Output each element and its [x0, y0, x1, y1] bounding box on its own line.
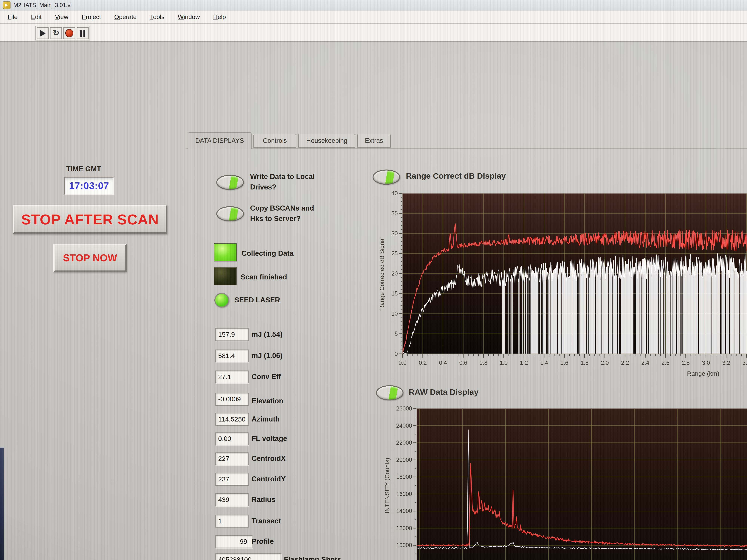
- centroidy-field-label: CentroidY: [252, 475, 286, 483]
- centroidx-field[interactable]: 227: [215, 452, 249, 465]
- svg-text:26000: 26000: [396, 405, 412, 411]
- time-gmt-label: TIME GMT: [66, 165, 101, 173]
- mj-1-06-field-label: mJ (1.06): [252, 351, 283, 359]
- switch-write-data-to-local-drives[interactable]: [216, 175, 244, 190]
- labview-front-panel: ▶ M2HATS_Main_3.01.vi FileEditViewProjec…: [0, 0, 747, 560]
- switch-copy-bscans-and-hks-to-server-label: Copy BSCANs andHks to Server?: [250, 203, 314, 224]
- conv-eff-field[interactable]: 27.1: [215, 371, 249, 383]
- svg-text:10000: 10000: [396, 542, 412, 548]
- title-bar: ▶ M2HATS_Main_3.01.vi: [0, 0, 747, 10]
- svg-text:2.0: 2.0: [601, 359, 609, 366]
- svg-text:2.6: 2.6: [662, 359, 670, 366]
- continuous-run-glyph: ↻: [53, 29, 59, 37]
- flashlamp-shots-field-label: Flashlamp Shots: [284, 555, 341, 560]
- menu-window[interactable]: Window: [178, 13, 200, 20]
- azimuth-field[interactable]: 114.5250: [215, 413, 249, 426]
- svg-text:3.0: 3.0: [702, 359, 710, 366]
- transect-field[interactable]: 1: [215, 515, 249, 528]
- svg-text:1.0: 1.0: [500, 359, 508, 366]
- tab-panel-edge: [186, 148, 747, 149]
- svg-text:0.8: 0.8: [480, 359, 488, 366]
- menu-operate[interactable]: Operate: [114, 13, 137, 20]
- desktop-edge: [0, 448, 4, 560]
- svg-text:0.2: 0.2: [419, 359, 427, 366]
- svg-text:INTENSITY (Counts): INTENSITY (Counts): [384, 458, 390, 513]
- mj-1-06-field[interactable]: 581.4: [215, 349, 249, 362]
- chart1-title: Range Correct dB Display: [406, 171, 506, 181]
- toolbar-group: ↻: [35, 26, 90, 41]
- stop-after-scan-button[interactable]: STOP AFTER SCAN: [13, 205, 167, 234]
- tab-extras[interactable]: Extras: [357, 134, 391, 148]
- svg-text:35: 35: [391, 210, 398, 216]
- run-icon[interactable]: [36, 27, 49, 39]
- fl-voltage-field-label: FL voltage: [252, 434, 287, 443]
- seed-laser-led: [214, 293, 229, 308]
- profile-field[interactable]: 99: [215, 535, 253, 548]
- pause-bars-glyph: [80, 30, 85, 36]
- tab-housekeeping[interactable]: Housekeeping: [298, 134, 355, 148]
- svg-text:0.6: 0.6: [459, 359, 467, 366]
- tab-data-displays[interactable]: DATA DISPLAYS: [188, 132, 252, 149]
- collecting-data-led-label: Collecting Data: [241, 249, 293, 257]
- tab-controls[interactable]: Controls: [253, 134, 297, 148]
- svg-text:22000: 22000: [396, 439, 412, 446]
- stop-now-label: STOP NOW: [63, 252, 117, 264]
- seed-laser-led-label: SEED LASER: [234, 296, 280, 304]
- svg-text:3.2: 3.2: [722, 359, 730, 366]
- mj-1-54-field[interactable]: 157.9: [215, 328, 249, 341]
- run-arrow-glyph: [40, 30, 46, 36]
- svg-text:2.8: 2.8: [682, 359, 690, 366]
- svg-text:12000: 12000: [396, 525, 412, 531]
- menu-edit[interactable]: Edit: [31, 13, 42, 20]
- svg-text:20000: 20000: [396, 457, 412, 463]
- svg-text:15: 15: [391, 290, 398, 297]
- window-title: M2HATS_Main_3.01.vi: [13, 2, 72, 8]
- menu-help[interactable]: Help: [213, 13, 226, 20]
- menu-file[interactable]: File: [8, 13, 18, 20]
- fl-voltage-field[interactable]: 0.00: [215, 432, 249, 445]
- labview-vi-icon: ▶: [3, 1, 10, 9]
- elevation-field-label: Elevation: [252, 397, 283, 405]
- centroidy-field[interactable]: 237: [215, 473, 249, 486]
- svg-text:0.4: 0.4: [439, 359, 447, 366]
- svg-text:40: 40: [391, 190, 398, 196]
- profile-field-label: Profile: [252, 537, 274, 545]
- azimuth-field-label: Azimuth: [252, 415, 280, 423]
- raw-data-display-toggle[interactable]: [376, 385, 404, 401]
- radius-field[interactable]: 439: [215, 494, 249, 506]
- centroidx-field-label: CentroidX: [252, 454, 286, 462]
- svg-text:1.2: 1.2: [520, 359, 528, 366]
- stop-now-button[interactable]: STOP NOW: [53, 244, 127, 272]
- time-gmt-value: 17:03:07: [65, 181, 109, 191]
- menu-tools[interactable]: Tools: [150, 13, 164, 20]
- chart2-title: RAW Data Display: [409, 388, 479, 397]
- svg-text:18000: 18000: [396, 474, 412, 480]
- svg-text:1.6: 1.6: [561, 359, 568, 366]
- flashlamp-shots-field[interactable]: 405238100: [215, 553, 281, 560]
- menu-view[interactable]: View: [55, 13, 68, 20]
- svg-text:1.4: 1.4: [540, 359, 548, 366]
- svg-text:14000: 14000: [396, 508, 412, 514]
- range-correct-db-chart[interactable]: 0.00.20.40.60.81.01.21.41.61.82.02.22.42…: [369, 185, 747, 381]
- svg-text:1.8: 1.8: [581, 359, 589, 366]
- svg-text:10: 10: [391, 311, 398, 317]
- svg-text:24000: 24000: [396, 422, 412, 429]
- scan-finished-led: [214, 267, 237, 285]
- stop-after-scan-label: STOP AFTER SCAN: [21, 211, 159, 228]
- svg-text:25: 25: [391, 250, 398, 257]
- svg-text:16000: 16000: [396, 491, 412, 497]
- menu-project[interactable]: Project: [82, 13, 101, 20]
- switch-copy-bscans-and-hks-to-server[interactable]: [216, 206, 244, 221]
- abort-icon[interactable]: [63, 27, 75, 39]
- mj-1-54-field-label: mJ (1.54): [252, 330, 283, 338]
- svg-text:2.2: 2.2: [621, 359, 629, 366]
- range-correct-db-display-toggle[interactable]: [372, 169, 400, 185]
- continuous-run-icon[interactable]: ↻: [50, 27, 62, 39]
- elevation-field[interactable]: -0.0009: [215, 393, 249, 406]
- svg-text:0.0: 0.0: [398, 359, 407, 366]
- raw-data-chart[interactable]: -0.567-0.0670.4330.9331.4331.9332.4332.9…: [367, 401, 747, 560]
- switch-write-data-to-local-drives-label: Write Data to LocalDrives?: [250, 171, 315, 192]
- svg-text:30: 30: [391, 230, 398, 237]
- svg-text:3.4: 3.4: [743, 359, 747, 366]
- pause-icon[interactable]: [77, 27, 89, 39]
